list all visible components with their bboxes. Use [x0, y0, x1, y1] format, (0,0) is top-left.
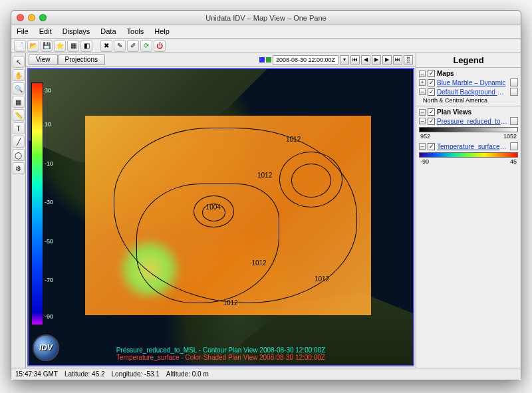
cb-tick: -50 [45, 238, 53, 245]
edit-icon[interactable]: ✎ [114, 40, 126, 52]
pressure-max: 1052 [503, 133, 517, 140]
line-tool-icon[interactable]: ╱ [13, 136, 25, 148]
zoom-icon[interactable] [39, 14, 47, 21]
titlebar: Unidata IDV – Map View – One Pane [11, 11, 521, 25]
next-frame-icon[interactable]: ▶ [382, 55, 392, 65]
disclosure-icon[interactable]: – [419, 88, 426, 95]
menubar: File Edit Displays Data Tools Help [11, 25, 521, 39]
window-traffic-lights [11, 14, 47, 21]
sub-tabs: View Projections [29, 54, 105, 65]
menu-tools[interactable]: Tools [122, 25, 150, 38]
window-title: Unidata IDV – Map View – One Pane [11, 14, 521, 22]
contour-label: 1012 [285, 136, 301, 143]
prev-frame-icon[interactable]: ◀ [361, 55, 370, 65]
checkbox[interactable]: ✓ [428, 108, 435, 116]
temperature-gradient-labels: -90 45 [419, 158, 518, 167]
checkbox[interactable]: ✓ [428, 88, 435, 96]
checkbox[interactable]: ✓ [428, 118, 435, 125]
save-icon[interactable]: 💾 [41, 40, 53, 52]
app-window: Unidata IDV – Map View – One Pane File E… [11, 10, 521, 380]
pressure-gradient-labels: 952 1052 [419, 133, 518, 142]
close-icon[interactable] [17, 14, 24, 21]
menu-data[interactable]: Data [95, 25, 121, 38]
menu-displays[interactable]: Displays [57, 25, 96, 38]
map-view[interactable]: 30 10 -10 -30 -50 -70 -90 1012 1012 [27, 68, 414, 366]
status-lat: Latitude: 45.2 [65, 370, 105, 378]
checkbox[interactable]: ✓ [428, 143, 435, 150]
disclosure-icon[interactable]: – [419, 109, 426, 116]
checkbox[interactable]: ✓ [428, 70, 435, 77]
zoom-in-icon[interactable]: 🔍 [13, 82, 25, 94]
temp-max: 45 [510, 158, 517, 165]
cb-tick: -10 [45, 160, 53, 167]
tab-projections[interactable]: Projections [58, 54, 105, 65]
disclosure-icon[interactable]: – [419, 70, 426, 77]
layer-options-icon[interactable] [510, 88, 518, 96]
disclosure-icon[interactable]: – [419, 118, 426, 124]
left-toolbar: ↖ ✋ 🔍 ▦ 📏 T ╱ ◯ ⚙ [11, 53, 26, 368]
legend-plan-views-group: – ✓ Plan Views – ✓ Pressure_reduced_to_M… [416, 106, 521, 168]
ruler-icon[interactable]: 📏 [13, 109, 25, 121]
grid-icon[interactable]: ▦ [13, 96, 25, 108]
pressure-contour [291, 164, 331, 197]
legend-item-default-bg[interactable]: Default Background Maps [437, 88, 508, 96]
shape-tool-icon[interactable]: ◯ [13, 149, 25, 161]
hand-icon[interactable]: ✋ [13, 69, 25, 81]
cb-tick: -30 [45, 199, 53, 205]
checkbox[interactable]: ✓ [428, 79, 435, 86]
status-time: 15:47:34 GMT [15, 370, 58, 378]
pressure-gradient-bar [419, 127, 518, 132]
contour-label: 1004 [205, 203, 221, 211]
remove-icon[interactable]: ✖ [100, 40, 112, 52]
cb-tick: -90 [45, 313, 53, 320]
legend-maps-header: Maps [437, 70, 518, 77]
menu-edit[interactable]: Edit [34, 25, 57, 38]
pressure-min: 952 [420, 133, 430, 140]
temperature-overlay: 1012 1012 1004 1012 1012 1012 [85, 116, 371, 315]
time-control: 2008-08-30 12:00:00Z ▾ ⏮ ◀ ▶ ▶ ⏭ ⣿ [259, 55, 413, 65]
text-tool-icon[interactable]: T [13, 122, 25, 134]
contour-label: 1012 [251, 259, 267, 267]
time-display[interactable]: 2008-08-30 12:00:00Z [273, 55, 338, 65]
center-pane: View Projections 2008-08-30 12:00:00Z ▾ … [26, 53, 416, 368]
annotate-icon[interactable]: ✐ [127, 40, 139, 52]
layer-options-icon[interactable] [510, 142, 518, 150]
last-frame-icon[interactable]: ⏭ [393, 55, 402, 65]
temperature-layer-label: Temperature_surface - Color-Shaded Plan … [29, 354, 413, 361]
cb-tick: 10 [45, 121, 51, 128]
time-settings-icon[interactable]: ⣿ [404, 55, 413, 65]
cb-tick: -70 [45, 277, 53, 283]
refresh-icon[interactable]: ⟳ [140, 40, 152, 52]
status-lon: Longitude: -53.1 [112, 370, 160, 378]
legend-maps-group: – ✓ Maps + ✓ Blue Marble – Dynamic – ✓ D… [416, 68, 521, 106]
favorite-icon[interactable]: ⭐ [54, 40, 66, 52]
disclosure-icon[interactable]: + [419, 79, 426, 86]
display-icon[interactable]: ◧ [80, 40, 92, 52]
legend-item-blue-marble[interactable]: Blue Marble – Dynamic [437, 79, 508, 86]
layer-options-icon[interactable] [510, 78, 518, 86]
minimize-icon[interactable] [28, 14, 35, 21]
stop-icon[interactable]: ⏻ [154, 40, 166, 52]
status-alt: Altitude: 0.0 m [166, 370, 209, 378]
pointer-icon[interactable]: ↖ [13, 56, 25, 68]
time-marker-icon [259, 57, 265, 63]
tab-view[interactable]: View [29, 54, 58, 65]
contour-label: 1012 [257, 172, 273, 179]
new-icon[interactable]: 📄 [14, 40, 26, 52]
open-icon[interactable]: 📂 [27, 40, 39, 52]
menu-file[interactable]: File [11, 25, 34, 38]
menu-help[interactable]: Help [149, 25, 175, 38]
settings-icon[interactable]: ⚙ [13, 162, 25, 174]
content-row: ↖ ✋ 🔍 ▦ 📏 T ╱ ◯ ⚙ View Projections 2008-… [11, 53, 521, 368]
legend-item-temperature[interactable]: Temperature_surface -... [437, 143, 508, 150]
chevron-down-icon[interactable]: ▾ [340, 55, 349, 65]
first-frame-icon[interactable]: ⏮ [350, 55, 360, 65]
disclosure-icon[interactable]: – [419, 143, 426, 150]
play-icon[interactable]: ▶ [372, 55, 381, 65]
legend-item-pressure[interactable]: Pressure_reduced_to_MS... [437, 118, 508, 125]
layer-options-icon[interactable] [510, 117, 518, 125]
temperature-gradient-bar [419, 152, 518, 158]
colorbar-ticks: 30 10 -10 -30 -50 -70 -90 [45, 82, 58, 325]
data-source-icon[interactable]: ▦ [67, 40, 79, 52]
legend-region-label: North & Central America [419, 97, 518, 104]
